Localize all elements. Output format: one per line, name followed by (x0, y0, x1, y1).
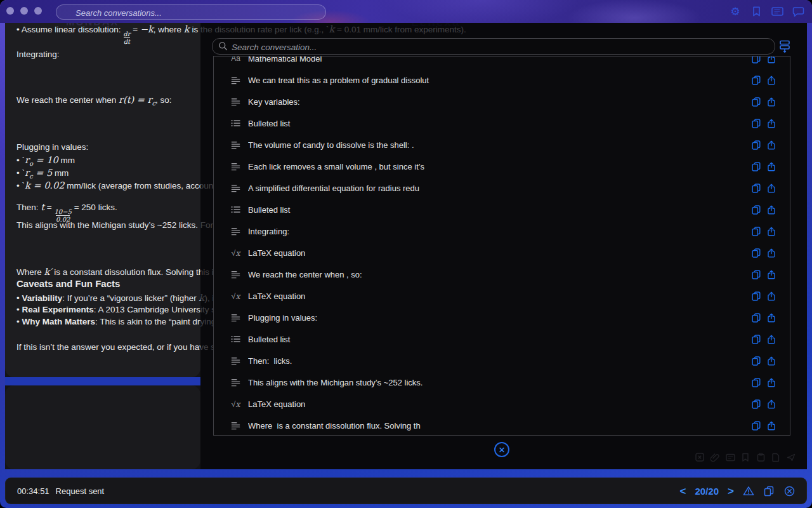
copy-block-icon[interactable] (752, 76, 761, 85)
image-card-icon (725, 452, 735, 462)
pin-filter-icon[interactable] (778, 39, 792, 53)
copy-block-icon[interactable] (752, 205, 761, 215)
share-block-icon[interactable] (767, 227, 776, 236)
copy-block-icon[interactable] (752, 97, 761, 107)
share-block-icon[interactable] (767, 140, 776, 150)
block-list: AaMathematical ModelWe can treat this as… (214, 56, 790, 436)
warning-triangle-icon[interactable] (743, 485, 754, 497)
share-block-icon[interactable] (767, 205, 776, 215)
share-block-icon[interactable] (767, 270, 776, 279)
copy-block-icon[interactable] (752, 313, 761, 323)
block-row[interactable]: Key variables: (214, 91, 790, 112)
block-label: The volume of candy to dissolve is the s… (248, 140, 752, 150)
block-row[interactable]: This aligns with the Michigan study’s ~2… (214, 371, 790, 393)
share-block-icon[interactable] (767, 248, 776, 258)
block-label: Bulleted list (248, 205, 752, 215)
block-row[interactable]: Then: licks. (214, 350, 790, 371)
prev-result-button[interactable]: < (680, 486, 686, 497)
settings-gear-icon[interactable]: ⚙ (729, 5, 742, 18)
block-row[interactable]: We can treat this as a problem of gradua… (214, 69, 790, 91)
block-row[interactable]: The volume of candy to dissolve is the s… (214, 134, 790, 156)
copy-block-icon[interactable] (752, 162, 761, 171)
block-type-heading-icon: Aa (230, 56, 241, 63)
clipboard-icon (756, 452, 766, 462)
block-type-paragraph-icon (230, 422, 241, 430)
copy-block-icon[interactable] (752, 119, 761, 128)
block-type-paragraph-icon (230, 141, 241, 149)
result-pager: 20/20 (695, 486, 719, 497)
copy-block-icon[interactable] (752, 378, 761, 387)
share-block-icon[interactable] (767, 162, 776, 171)
block-row[interactable]: We reach the center when , so: (214, 264, 790, 285)
copy-block-icon[interactable] (752, 335, 761, 344)
block-row[interactable]: Where is a constant dissolution flux. So… (214, 415, 790, 436)
maximize-window-button[interactable] (34, 7, 42, 15)
copy-block-icon[interactable] (752, 421, 761, 431)
share-block-icon[interactable] (767, 76, 776, 85)
copy-pages-icon[interactable] (763, 485, 775, 497)
block-label: Bulleted list (248, 335, 752, 344)
block-type-latex-icon: √x (230, 399, 241, 409)
copy-block-icon[interactable] (752, 356, 761, 366)
share-block-icon[interactable] (767, 399, 776, 409)
block-label: Mathematical Model (248, 56, 752, 64)
block-row[interactable]: Bulleted list (214, 199, 790, 220)
block-row[interactable]: Integrating: (214, 220, 790, 242)
close-overlay-button[interactable] (494, 442, 509, 457)
copy-block-icon[interactable] (752, 184, 761, 193)
copy-block-icon[interactable] (752, 270, 761, 279)
status-message: 00:34:51 Request sent (17, 486, 104, 496)
block-row[interactable]: √xLaTeX equation (214, 393, 790, 415)
share-block-icon[interactable] (767, 378, 776, 387)
block-row[interactable]: Bulleted list (214, 112, 790, 134)
minimize-window-button[interactable] (20, 7, 28, 15)
copy-block-icon[interactable] (752, 56, 761, 64)
status-text: Request sent (56, 486, 105, 496)
block-label: LaTeX equation (248, 248, 752, 258)
share-block-icon[interactable] (767, 119, 776, 128)
block-type-list-icon (230, 119, 241, 127)
share-block-icon[interactable] (767, 291, 776, 301)
chat-bubble-icon[interactable] (792, 5, 804, 18)
block-row[interactable]: Each lick removes a small volume , but s… (214, 156, 790, 177)
notes-card-icon[interactable] (771, 5, 783, 18)
titlebar: ⚙ (0, 0, 812, 23)
block-row[interactable]: AaMathematical Model (214, 56, 790, 69)
block-actions (752, 205, 776, 215)
block-row[interactable]: A simplified differential equation for r… (214, 177, 790, 199)
block-actions (752, 356, 776, 366)
global-search-input[interactable] (74, 5, 318, 20)
share-block-icon[interactable] (767, 421, 776, 431)
copy-block-icon[interactable] (752, 291, 761, 301)
share-block-icon[interactable] (767, 184, 776, 193)
copy-block-icon[interactable] (752, 140, 761, 150)
share-block-icon[interactable] (767, 56, 776, 64)
block-row[interactable]: Bulleted list (214, 328, 790, 350)
bookmark-icon[interactable] (750, 5, 763, 18)
close-window-button[interactable] (6, 7, 14, 15)
block-actions (752, 227, 776, 236)
block-type-paragraph-icon (230, 271, 241, 279)
share-block-icon[interactable] (767, 97, 776, 107)
block-actions (752, 184, 776, 193)
block-actions (752, 270, 776, 279)
block-type-paragraph-icon (230, 357, 241, 365)
block-row[interactable]: √xLaTeX equation (214, 285, 790, 307)
dismiss-circle-x-icon[interactable] (783, 485, 795, 497)
share-block-icon[interactable] (767, 335, 776, 344)
block-label: A simplified differential equation for r… (248, 184, 752, 193)
copy-block-icon[interactable] (752, 399, 761, 409)
block-type-list-icon (230, 206, 241, 213)
conversation-search-input[interactable] (230, 39, 766, 55)
copy-block-icon[interactable] (752, 248, 761, 258)
copy-block-icon[interactable] (752, 227, 761, 236)
block-actions (752, 119, 776, 128)
block-actions (752, 162, 776, 171)
block-type-latex-icon: √x (230, 291, 241, 301)
next-result-button[interactable]: > (728, 486, 734, 497)
share-block-icon[interactable] (767, 356, 776, 366)
share-block-icon[interactable] (767, 313, 776, 323)
block-row[interactable]: Plugging in values: (214, 307, 790, 328)
search-icon (218, 41, 228, 53)
block-row[interactable]: √xLaTeX equation (214, 242, 790, 264)
